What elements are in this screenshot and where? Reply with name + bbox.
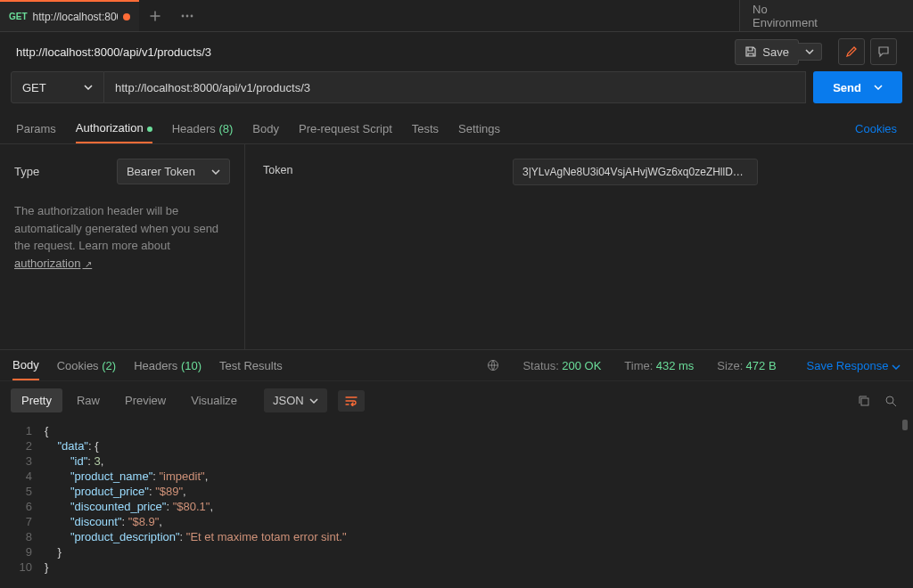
send-button[interactable]: Send xyxy=(813,71,902,103)
status-meta: Status: 200 OK xyxy=(522,359,601,372)
chevron-down-icon xyxy=(84,85,93,90)
chevron-down-icon xyxy=(892,364,901,370)
svg-point-1 xyxy=(185,14,188,17)
view-preview[interactable]: Preview xyxy=(114,388,177,412)
copy-button[interactable] xyxy=(852,389,876,412)
svg-rect-4 xyxy=(861,398,868,405)
response-tab-body[interactable]: Body xyxy=(12,351,39,380)
chevron-down-icon xyxy=(309,398,318,404)
edit-button[interactable] xyxy=(838,38,865,65)
response-tab-headers[interactable]: Headers (10) xyxy=(134,352,202,380)
svg-point-0 xyxy=(181,14,184,17)
new-tab-button[interactable] xyxy=(139,0,171,31)
tab-more-icon[interactable] xyxy=(171,0,203,31)
auth-active-dot-icon xyxy=(147,127,152,132)
globe-icon[interactable] xyxy=(487,359,499,372)
pencil-icon xyxy=(845,45,858,58)
auth-description: The authorization header will be automat… xyxy=(14,202,230,272)
external-link-icon: ↗ xyxy=(82,259,92,269)
wrap-icon xyxy=(345,396,358,406)
view-visualize[interactable]: Visualize xyxy=(180,388,248,412)
tab-title: http://localhost:8000/a xyxy=(33,11,118,23)
comment-icon xyxy=(877,45,890,58)
size-meta: Size: 472 B xyxy=(717,359,776,372)
tab-method: GET xyxy=(9,12,28,21)
save-icon xyxy=(744,45,757,58)
tab-settings[interactable]: Settings xyxy=(458,115,500,143)
save-response-button[interactable]: Save Response xyxy=(807,359,901,372)
view-pretty[interactable]: Pretty xyxy=(11,388,62,412)
request-tab[interactable]: GET http://localhost:8000/a xyxy=(0,0,139,31)
auth-learn-link[interactable]: authorization ↗ xyxy=(14,257,92,270)
comment-button[interactable] xyxy=(870,38,897,65)
response-tab-tests[interactable]: Test Results xyxy=(219,352,283,380)
environment-label: No Environment xyxy=(753,3,818,29)
scrollbar-thumb[interactable] xyxy=(902,420,908,430)
chevron-down-icon xyxy=(874,85,883,90)
tab-tests[interactable]: Tests xyxy=(412,115,439,143)
view-raw[interactable]: Raw xyxy=(66,388,111,412)
tab-body[interactable]: Body xyxy=(252,115,279,143)
tab-authorization[interactable]: Authorization xyxy=(76,114,152,143)
auth-type-label: Type xyxy=(14,165,39,178)
tab-params[interactable]: Params xyxy=(16,115,56,143)
format-select[interactable]: JSON xyxy=(264,388,327,412)
save-dropdown-button[interactable] xyxy=(798,43,822,61)
time-meta: Time: 432 ms xyxy=(624,359,694,372)
environment-select[interactable]: No Environment xyxy=(739,0,913,31)
token-input[interactable]: 3|YLvAgNe8U3i04VsjAHvjWGz6xq0zeZHllD… xyxy=(513,159,758,185)
tab-prerequest[interactable]: Pre-request Script xyxy=(299,115,392,143)
token-label: Token xyxy=(263,159,495,176)
chevron-down-icon xyxy=(211,169,220,175)
cookies-link[interactable]: Cookies xyxy=(855,122,897,135)
chevron-down-icon xyxy=(805,49,814,54)
request-title: http://localhost:8000/api/v1/products/3 xyxy=(16,45,211,59)
response-body[interactable]: 1{2 "data": {3 "id": 3,4 "product_name":… xyxy=(0,420,913,578)
method-select[interactable]: GET xyxy=(11,71,104,103)
tab-headers[interactable]: Headers (8) xyxy=(172,115,234,143)
search-button[interactable] xyxy=(879,389,902,412)
auth-type-select[interactable]: Bearer Token xyxy=(117,159,230,184)
wrap-button[interactable] xyxy=(338,390,365,412)
url-input[interactable] xyxy=(104,71,806,103)
save-button[interactable]: Save xyxy=(735,39,799,65)
svg-point-5 xyxy=(886,396,893,404)
svg-point-2 xyxy=(190,14,193,17)
unsaved-dot-icon xyxy=(123,13,130,20)
response-tab-cookies[interactable]: Cookies (2) xyxy=(57,352,116,380)
